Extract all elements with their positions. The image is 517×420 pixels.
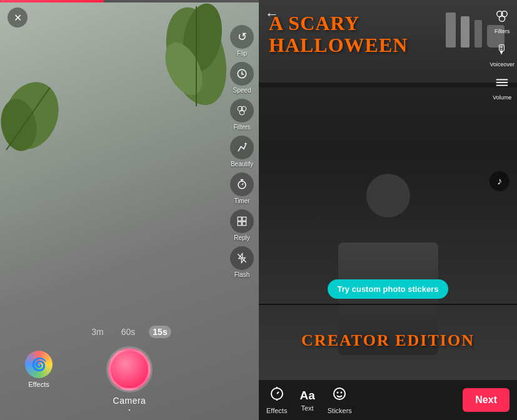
editor-bottom-toolbar: Effects Aa Text Stickers Next — [259, 380, 517, 420]
next-button[interactable]: Next — [463, 388, 509, 412]
flip-button[interactable]: ↺ Flip — [230, 25, 254, 57]
camera-bottom-controls: 3m 60s 15s 🌀 Effects Camera • — [0, 326, 259, 420]
editor-filters-button[interactable]: Filters — [491, 5, 513, 34]
halloween-title: A SCARY HALLOWEEN — [269, 12, 408, 56]
duration-15s[interactable]: 15s — [149, 326, 171, 338]
svg-rect-26 — [496, 85, 508, 86]
editor-filters-icon — [491, 5, 513, 28]
volume-button[interactable]: Volume — [491, 71, 513, 101]
shelf-book-2 — [461, 16, 469, 48]
svg-rect-16 — [238, 217, 241, 221]
editor-tools-row: Effects Aa Text Stickers — [266, 386, 352, 414]
speed-icon — [230, 62, 254, 86]
editor-panel: A SCARY HALLOWEEN CREATOR EDITION ← — [259, 0, 517, 420]
camera-toolbar: ↺ Flip Speed Filters — [230, 25, 254, 278]
speed-button[interactable]: Speed — [230, 62, 254, 94]
svg-rect-25 — [496, 82, 508, 83]
voiceover-button[interactable]: 🎙 Voiceover — [489, 38, 514, 68]
effects-icon: 🌀 — [25, 351, 53, 378]
svg-line-30 — [277, 392, 279, 394]
beautify-button[interactable]: Beautify — [230, 136, 254, 168]
effects-button[interactable]: 🌀 Effects — [25, 351, 53, 388]
beautify-icon — [230, 136, 254, 159]
svg-point-23 — [499, 16, 505, 21]
effects-tool-button[interactable]: Effects — [266, 386, 287, 414]
reply-button[interactable]: Reply — [230, 209, 254, 241]
volume-icon — [491, 71, 513, 94]
creator-edition-text: CREATOR EDITION — [269, 331, 507, 350]
svg-rect-18 — [238, 222, 241, 226]
leaf-decoration-left — [0, 75, 63, 156]
video-frame: A SCARY HALLOWEEN CREATOR EDITION ← — [259, 0, 517, 380]
filters-icon-camera — [230, 99, 254, 122]
capture-row: 🌀 Effects — [0, 348, 259, 391]
stickers-tool-button[interactable]: Stickers — [328, 386, 352, 414]
duration-3m[interactable]: 3m — [88, 326, 107, 338]
camera-label: Camera — [0, 396, 259, 406]
recording-progress-bar — [0, 0, 259, 2]
leaf-decoration-right — [159, 0, 234, 112]
back-button[interactable]: ← — [265, 6, 279, 22]
video-section-divider — [259, 304, 517, 305]
stickers-tool-icon — [332, 386, 347, 405]
text-tool-icon: Aa — [299, 389, 314, 402]
shelf-book-1 — [446, 12, 456, 48]
effects-tool-icon — [269, 386, 284, 405]
text-tool-button[interactable]: Aa Text — [299, 389, 314, 412]
svg-rect-24 — [496, 79, 508, 81]
flash-icon — [230, 246, 254, 270]
flip-icon: ↺ — [230, 25, 254, 49]
music-note-button[interactable]: ♪ — [489, 171, 509, 191]
timer-button[interactable]: Timer — [230, 172, 254, 204]
voiceover-icon: 🎙 — [491, 38, 513, 61]
svg-point-31 — [334, 388, 345, 399]
recording-progress-fill — [0, 0, 104, 2]
svg-line-15 — [242, 184, 243, 185]
flash-button[interactable]: Flash — [230, 246, 254, 278]
svg-rect-19 — [243, 222, 246, 226]
svg-point-11 — [245, 143, 247, 145]
svg-rect-17 — [243, 217, 246, 221]
svg-point-33 — [341, 391, 343, 393]
timer-icon — [230, 172, 254, 196]
duration-60s[interactable]: 60s — [118, 326, 139, 338]
editor-sidebar: Filters 🎙 Voiceover Volume — [489, 5, 514, 101]
svg-point-32 — [337, 391, 339, 393]
reply-icon — [230, 209, 254, 233]
svg-point-10 — [239, 110, 244, 115]
record-button[interactable] — [108, 348, 151, 391]
shelf-book-3 — [474, 20, 482, 48]
close-button[interactable]: ✕ — [8, 8, 28, 28]
camera-indicator-dot: • — [0, 407, 259, 412]
person-head — [366, 174, 410, 218]
camera-panel: ✕ ↺ Flip Speed Filters — [0, 0, 259, 420]
custom-sticker-banner[interactable]: Try custom photo stickers — [328, 279, 449, 299]
duration-selector: 3m 60s 15s — [0, 326, 259, 338]
person-area — [326, 192, 451, 355]
shelf-line — [259, 82, 517, 88]
video-area: A SCARY HALLOWEEN CREATOR EDITION ← — [259, 0, 517, 380]
filters-button-camera[interactable]: Filters — [230, 99, 254, 131]
